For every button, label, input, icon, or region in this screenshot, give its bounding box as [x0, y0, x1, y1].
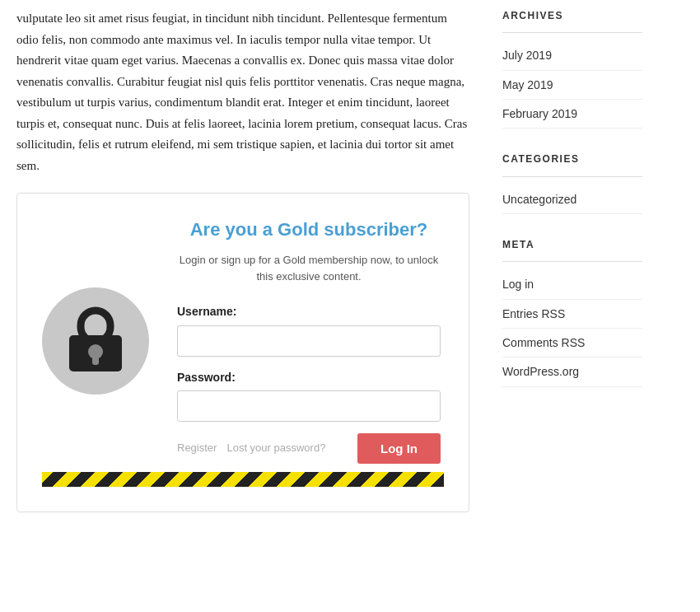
- password-input[interactable]: [177, 390, 441, 422]
- forgot-password-link[interactable]: Lost your password?: [226, 440, 325, 457]
- gold-subtitle: Login or sign up for a Gold membership n…: [174, 252, 444, 287]
- main-content: vulputate leo sit amet risus feugiat, in…: [0, 0, 486, 529]
- categories-divider: [502, 176, 642, 177]
- username-label: Username:: [177, 302, 441, 320]
- form-actions: Register Lost your password? Log In: [177, 433, 441, 464]
- login-button[interactable]: Log In: [357, 433, 441, 464]
- sidebar-categories: CATEGORIES Uncategorized: [502, 152, 642, 214]
- meta-heading: META: [502, 237, 642, 253]
- gold-title: Are you a Gold subscriber?: [190, 218, 428, 242]
- lock-icon: [63, 304, 128, 378]
- hazard-stripe: [42, 472, 444, 487]
- sidebar-link-uncategorized[interactable]: Uncategorized: [502, 185, 642, 214]
- username-group: Username:: [177, 302, 441, 356]
- subscription-right: Are you a Gold subscriber? Login or sign…: [174, 218, 444, 464]
- sidebar-link-login[interactable]: Log in: [502, 270, 642, 299]
- lock-icon-wrapper: [42, 287, 149, 395]
- subscription-box-inner: Are you a Gold subscriber? Login or sign…: [42, 218, 444, 464]
- sidebar-archives: ARCHIVES July 2019 May 2019 February 201…: [502, 8, 642, 128]
- categories-heading: CATEGORIES: [502, 152, 642, 167]
- meta-divider: [502, 261, 642, 262]
- lock-circle: [42, 287, 149, 395]
- sidebar-link-july-2019[interactable]: July 2019: [502, 41, 642, 70]
- password-label: Password:: [177, 368, 441, 386]
- article-text: vulputate leo sit amet risus feugiat, in…: [16, 8, 469, 176]
- archives-divider: [502, 32, 642, 33]
- register-link[interactable]: Register: [177, 440, 217, 457]
- subscription-box: Are you a Gold subscriber? Login or sign…: [16, 193, 469, 512]
- sidebar-link-entries-rss[interactable]: Entries RSS: [502, 300, 642, 329]
- page-wrapper: vulputate leo sit amet risus feugiat, in…: [0, 0, 700, 529]
- sidebar-link-may-2019[interactable]: May 2019: [502, 71, 642, 100]
- sidebar-link-february-2019[interactable]: February 2019: [502, 100, 642, 128]
- archives-heading: ARCHIVES: [502, 8, 642, 24]
- password-group: Password:: [177, 368, 441, 422]
- svg-rect-3: [92, 353, 99, 365]
- sidebar-meta: META Log in Entries RSS Comments RSS Wor…: [502, 237, 642, 387]
- sidebar-link-wordpress[interactable]: WordPress.org: [502, 357, 642, 386]
- sidebar-link-comments-rss[interactable]: Comments RSS: [502, 329, 642, 357]
- login-form: Username: Password: Register Lost your p…: [177, 302, 441, 464]
- username-input[interactable]: [177, 325, 441, 357]
- sidebar: ARCHIVES July 2019 May 2019 February 201…: [486, 0, 659, 529]
